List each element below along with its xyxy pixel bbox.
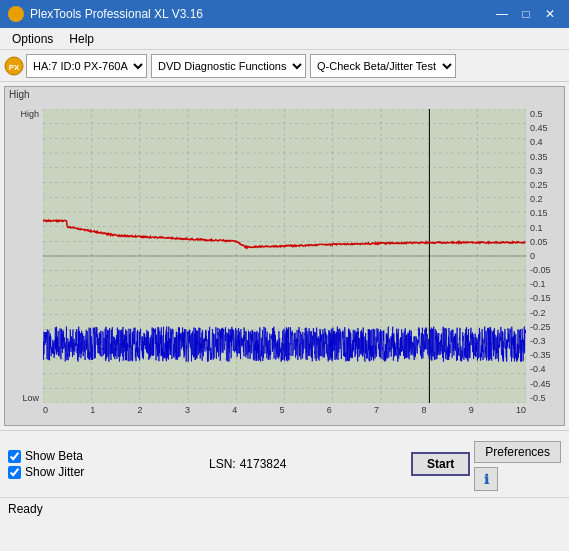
test-select[interactable]: Q-Check Beta/Jitter Test: [310, 54, 456, 78]
lsn-value: 4173824: [240, 457, 287, 471]
show-beta-row: Show Beta: [8, 449, 84, 463]
bottom-panel: Show Beta Show Jitter LSN: 4173824 Start…: [0, 430, 569, 497]
svg-text:PX: PX: [9, 63, 20, 72]
status-bar: Ready: [0, 497, 569, 519]
drive-select[interactable]: HA:7 ID:0 PX-760A: [26, 54, 147, 78]
window-title: PlexTools Professional XL V3.16: [30, 7, 203, 21]
title-bar-left: PlexTools Professional XL V3.16: [8, 6, 203, 22]
title-bar-controls: — □ ✕: [491, 5, 561, 23]
status-text: Ready: [8, 502, 43, 516]
toolbar: PX HA:7 ID:0 PX-760A DVD Diagnostic Func…: [0, 50, 569, 82]
y-axis-left: High Low: [5, 109, 43, 403]
maximize-button[interactable]: □: [515, 5, 537, 23]
show-beta-label: Show Beta: [25, 449, 83, 463]
chart-canvas: [43, 109, 526, 403]
app-icon: [8, 6, 24, 22]
lsn-area: LSN: 4173824: [209, 457, 286, 471]
y-axis-right: 0.5 0.45 0.4 0.35 0.3 0.25 0.2 0.15 0.1 …: [526, 109, 564, 403]
x-axis: 0 1 2 3 4 5 6 7 8 9 10: [43, 403, 526, 425]
chart-area: High High Low 0.5 0.45 0.4 0.35 0.3 0.25…: [4, 86, 565, 426]
drive-selector-area: PX HA:7 ID:0 PX-760A: [4, 54, 147, 78]
show-jitter-checkbox[interactable]: [8, 466, 21, 479]
checkboxes-area: Show Beta Show Jitter: [8, 449, 84, 479]
title-bar: PlexTools Professional XL V3.16 — □ ✕: [0, 0, 569, 28]
preferences-button[interactable]: Preferences: [474, 441, 561, 463]
show-jitter-row: Show Jitter: [8, 465, 84, 479]
chart-top-left-label: High: [9, 89, 30, 100]
lsn-label: LSN:: [209, 457, 236, 471]
chart-inner: [43, 109, 526, 403]
right-controls: Start Preferences ℹ: [411, 437, 561, 491]
function-select[interactable]: DVD Diagnostic Functions: [151, 54, 306, 78]
menu-bar: Options Help: [0, 28, 569, 50]
start-button[interactable]: Start: [411, 452, 470, 476]
minimize-button[interactable]: —: [491, 5, 513, 23]
drive-icon: PX: [4, 56, 24, 76]
menu-options[interactable]: Options: [4, 30, 61, 48]
close-button[interactable]: ✕: [539, 5, 561, 23]
menu-help[interactable]: Help: [61, 30, 102, 48]
show-jitter-label: Show Jitter: [25, 465, 84, 479]
info-button[interactable]: ℹ: [474, 467, 498, 491]
show-beta-checkbox[interactable]: [8, 450, 21, 463]
